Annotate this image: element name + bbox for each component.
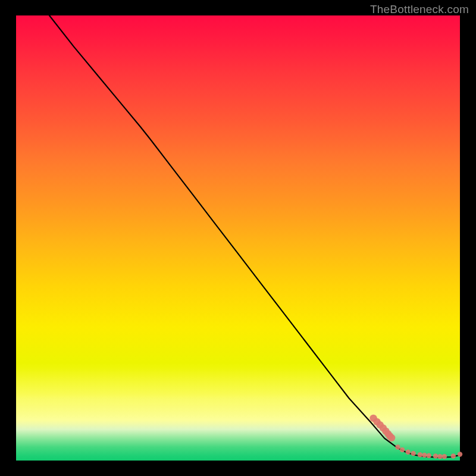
data-marker [422,453,427,458]
data-marker [388,434,395,441]
plot-overlay [16,15,460,461]
bottleneck-curve [49,15,460,458]
data-marker [418,452,422,457]
data-marker [400,447,405,452]
chart-frame: TheBottleneck.com [0,0,476,476]
data-marker [427,453,431,458]
data-marker [411,451,415,456]
bottleneck-curve-line [49,15,460,458]
watermark-text: TheBottleneck.com [370,3,469,16]
data-marker [442,454,447,459]
data-marker [451,453,456,458]
data-marker [458,452,462,456]
data-marker [437,454,442,459]
data-marker [395,444,400,449]
data-marker [433,453,438,458]
data-marker [406,450,411,455]
